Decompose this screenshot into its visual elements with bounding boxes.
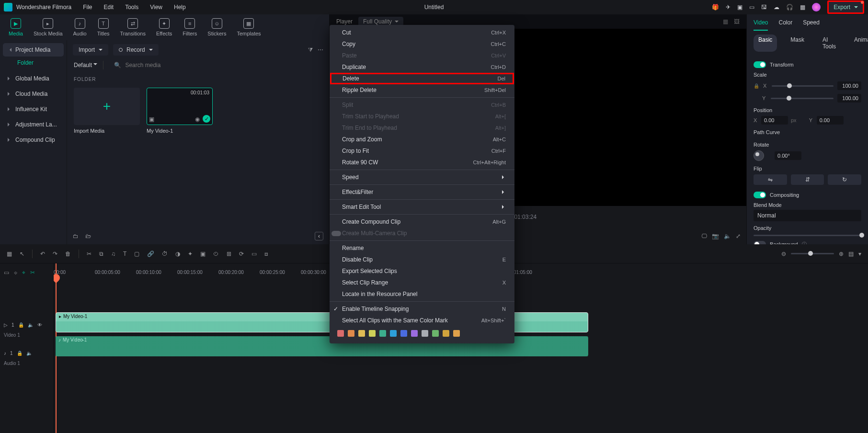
rotate-value[interactable]: 0.00° — [775, 151, 801, 160]
scale-y-value[interactable]: 100.00 — [837, 94, 861, 103]
link-icon[interactable]: 🔗 — [147, 251, 154, 257]
ctx-smart-edit-tool[interactable]: Smart Edit Tool — [330, 201, 514, 213]
collapse-button[interactable]: ‹ — [315, 232, 323, 240]
tab-titles[interactable]: TTitles — [97, 18, 110, 40]
scale-x-value[interactable]: 100.00 — [837, 81, 861, 90]
info-icon[interactable]: ⓘ — [802, 241, 807, 244]
color-swatch[interactable] — [453, 330, 460, 337]
color-swatch[interactable] — [369, 330, 376, 337]
color-swatch[interactable] — [422, 330, 428, 337]
tab-stickers[interactable]: ☺Stickers — [207, 18, 226, 40]
new-folder-icon[interactable]: 🗀 — [73, 233, 79, 239]
redo-icon[interactable]: ↷ — [53, 251, 57, 257]
save-icon[interactable]: 🖫 — [761, 4, 767, 11]
color-swatch[interactable] — [443, 330, 449, 337]
ctx-crop-and-zoom[interactable]: Crop and ZoomAlt+C — [330, 134, 514, 145]
delete-icon[interactable]: 🗑 — [65, 251, 71, 257]
ctx-delete[interactable]: DeleteDel — [330, 73, 514, 84]
sidebar-folder[interactable]: Folder — [3, 59, 64, 66]
ctx-copy[interactable]: CopyCtrl+C — [330, 38, 514, 50]
opacity-slider[interactable] — [754, 235, 861, 236]
position-y-input[interactable]: 0.00 — [817, 116, 844, 125]
ptab-speed[interactable]: Speed — [803, 19, 820, 31]
scale-y-slider[interactable] — [771, 98, 834, 99]
group-icon[interactable]: ▭ — [251, 251, 257, 257]
mask-tool-icon[interactable]: ▢ — [134, 251, 139, 257]
menu-tools[interactable]: Tools — [125, 4, 138, 11]
sidebar-influence-kit[interactable]: Influence Kit — [3, 103, 64, 116]
tab-transitions[interactable]: ⇄Transitions — [120, 18, 146, 40]
tab-media[interactable]: ▶Media — [9, 18, 23, 40]
ctx-cut[interactable]: CutCtrl+X — [330, 27, 514, 38]
flip-horizontal-button[interactable]: ⇋ — [754, 174, 787, 185]
sidebar-global-media[interactable]: Global Media — [3, 72, 64, 85]
menu-file[interactable]: File — [83, 4, 92, 11]
transform-toggle[interactable] — [754, 61, 766, 68]
cloud-icon[interactable]: ☁ — [774, 4, 779, 11]
gift-icon[interactable]: 🎁 — [712, 4, 719, 11]
menu-edit[interactable]: Edit — [104, 4, 114, 11]
media-clip-tile[interactable]: 00:01:03 ▣ ◉ ✓ My Video-1 — [147, 88, 213, 134]
menu-view[interactable]: View — [150, 4, 162, 11]
tab-templates[interactable]: ▦Templates — [237, 18, 261, 40]
color-swatch[interactable] — [348, 330, 354, 337]
filter-icon[interactable]: ⧩ — [308, 46, 313, 53]
zoom-fit-icon[interactable]: ⊞ — [227, 251, 231, 257]
lock-icon[interactable]: 🔒 — [18, 322, 24, 328]
sidebar-compound-clip[interactable]: Compound Clip — [3, 133, 64, 147]
import-media-tile[interactable]: + Import Media — [74, 88, 140, 134]
export-button[interactable]: Export — [827, 0, 864, 14]
sidebar-project-media[interactable]: Project Media — [3, 43, 64, 57]
lock-icon[interactable]: 🔒 — [17, 351, 23, 356]
grid-icon[interactable]: ▦ — [723, 18, 728, 25]
crop-icon[interactable]: ⧉ — [99, 251, 103, 257]
snapshot-tool-icon[interactable]: ▣ — [200, 251, 206, 257]
menu-help[interactable]: Help — [174, 4, 186, 11]
ptab-color[interactable]: Color — [778, 19, 792, 31]
tab-stock-media[interactable]: ▸Stock Media — [34, 18, 63, 40]
mute-icon[interactable]: 🔈 — [28, 322, 34, 328]
detach-icon[interactable]: ⧈ — [264, 251, 268, 257]
magnet-icon[interactable]: ⌖ — [22, 269, 25, 276]
avatar[interactable] — [812, 3, 821, 11]
subtab-mask[interactable]: Mask — [786, 34, 809, 52]
subtab-ai-tools[interactable]: AI Tools — [818, 34, 841, 52]
ctx-ripple-delete[interactable]: Ripple DeleteShift+Del — [330, 84, 514, 96]
more-icon[interactable]: ⋯ — [318, 46, 323, 53]
ctx-select-all-clips-with-the-same-color-mark[interactable]: Select All Clips with the Same Color Mar… — [330, 315, 514, 326]
snapshot-icon[interactable]: 📷 — [712, 233, 719, 239]
tab-filters[interactable]: ≡Filters — [183, 18, 197, 40]
tab-effects[interactable]: ✦Effects — [156, 18, 172, 40]
text-tool-icon[interactable]: T — [123, 251, 126, 257]
pointer-icon[interactable]: ↖ — [20, 251, 24, 257]
sidebar-adjustment-layer[interactable]: Adjustment La... — [3, 118, 64, 131]
snapshot-small-icon[interactable]: 🖼 — [734, 18, 740, 25]
ctx-export-selected-clips[interactable]: Export Selected Clips — [330, 265, 514, 277]
volume-icon[interactable]: 🔈 — [724, 233, 731, 239]
sort-dropdown[interactable]: Default — [74, 62, 97, 68]
ptab-video[interactable]: Video — [754, 19, 768, 31]
position-x-input[interactable]: 0.00 — [761, 116, 788, 125]
ctx-select-clip-range[interactable]: Select Clip RangeX — [330, 277, 514, 288]
fullscreen-icon[interactable]: ⤢ — [736, 233, 741, 239]
cursor-link-icon[interactable]: ⟐ — [14, 269, 17, 276]
ctx-rename[interactable]: Rename — [330, 242, 514, 254]
split-icon[interactable]: ✂ — [87, 251, 91, 257]
music-icon[interactable]: ♫ — [111, 251, 115, 257]
ctx-create-compound-clip[interactable]: Create Compound ClipAlt+G — [330, 216, 514, 228]
record-icon[interactable]: ▣ — [737, 4, 742, 11]
color-swatch[interactable] — [358, 330, 365, 337]
ctx-disable-clip[interactable]: Disable ClipE — [330, 254, 514, 265]
subtab-basic[interactable]: Basic — [754, 34, 777, 52]
new-bin-icon[interactable]: 🗁 — [85, 233, 91, 239]
ctx-speed[interactable]: Speed — [330, 171, 514, 183]
background-toggle[interactable] — [754, 241, 766, 244]
subtab-animation[interactable]: Animation — [849, 34, 868, 52]
apps-icon[interactable]: ▦ — [800, 4, 805, 11]
ctx-rotate-90-cw[interactable]: Rotate 90 CWCtrl+Alt+Right — [330, 157, 514, 168]
blend-mode-select[interactable]: Normal — [754, 210, 861, 221]
search-input[interactable] — [125, 62, 318, 68]
ctx-effect-filter[interactable]: Effect&Filter — [330, 186, 514, 198]
link-tracks-icon[interactable]: ✂ — [30, 269, 35, 276]
marker-icon[interactable]: ⏲ — [213, 251, 219, 257]
